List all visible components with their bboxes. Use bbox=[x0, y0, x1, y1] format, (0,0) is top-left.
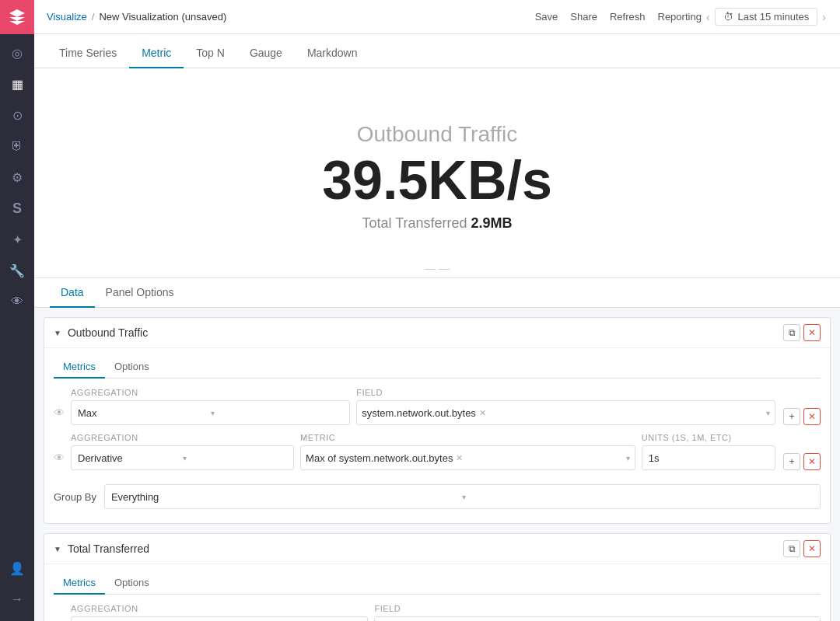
metric-add-1[interactable]: + bbox=[783, 408, 800, 425]
accordion-body-outbound: Metrics Options 👁 Aggregation Max ▾ bbox=[44, 348, 830, 523]
metric-tag-2[interactable]: Max of system.network.out.bytes ✕ ▾ bbox=[300, 445, 635, 470]
aggregation-select-total-1[interactable]: Max ▾ bbox=[71, 616, 368, 621]
time-nav-next[interactable]: › bbox=[821, 11, 828, 23]
field-group-aggregation-total-1: Aggregation Max ▾ bbox=[71, 604, 368, 621]
sidebar-item-graph[interactable]: ✦ bbox=[0, 224, 34, 255]
sidebar-item-sentinel[interactable]: S bbox=[0, 193, 34, 224]
breadcrumb: Visualize / New Visualization (unsaved) bbox=[47, 11, 532, 23]
field-group-field-total-1: Field system.network.out.bytes ✕ ▾ bbox=[374, 604, 821, 621]
inner-tab-options-outbound[interactable]: Options bbox=[105, 356, 159, 379]
accordion-header-outbound: ▼ ⧉ ✕ bbox=[44, 318, 830, 348]
viz-preview: Outbound Traffic 39.5KB/s Total Transfer… bbox=[34, 68, 840, 278]
refresh-button[interactable]: Refresh bbox=[610, 11, 646, 23]
save-button[interactable]: Save bbox=[535, 11, 558, 23]
field-tag-1[interactable]: system.network.out.bytes ✕ ▾ bbox=[356, 400, 775, 425]
reporting-button[interactable]: Reporting bbox=[658, 11, 702, 23]
time-range-label: Last 15 minutes bbox=[738, 11, 810, 23]
user-icon: 👤 bbox=[9, 561, 25, 576]
group-by-select[interactable]: Everything ▾ bbox=[104, 484, 821, 509]
section-title-total[interactable] bbox=[68, 543, 775, 555]
content-area: Outbound Traffic 39.5KB/s Total Transfer… bbox=[34, 68, 840, 621]
sidebar-item-tools[interactable]: 🔧 bbox=[0, 255, 34, 286]
metric-add-2[interactable]: + bbox=[783, 453, 800, 470]
sidebar-item-shield[interactable]: ⛨ bbox=[0, 131, 34, 162]
tab-metric[interactable]: Metric bbox=[129, 39, 184, 68]
sidebar-item-discover[interactable]: ◎ bbox=[0, 37, 34, 68]
share-button[interactable]: Share bbox=[570, 11, 597, 23]
section-delete-button-outbound[interactable]: ✕ bbox=[803, 324, 821, 341]
field-tag-remove-1[interactable]: ✕ bbox=[479, 408, 486, 418]
accordion-arrow-outbound[interactable]: ▼ bbox=[54, 329, 61, 337]
group-by-value: Everything bbox=[111, 491, 463, 503]
breadcrumb-visualize-link[interactable]: Visualize bbox=[47, 11, 87, 23]
aggregation-label-total-1: Aggregation bbox=[71, 604, 368, 613]
panel-tab-options[interactable]: Panel Options bbox=[95, 278, 185, 308]
discover-icon: ◎ bbox=[12, 46, 23, 61]
data-panel: Data Panel Options ▼ ⧉ ✕ Metrics bbox=[34, 278, 840, 621]
accordion-body-total: Metrics Options 👁 Aggregation Max ▾ bbox=[44, 564, 830, 621]
sidebar-item-clock[interactable]: ⊙ bbox=[0, 99, 34, 131]
aggregation-select-1[interactable]: Max ▾ bbox=[71, 400, 350, 425]
field-group-units-2: Units (1s, 1m, etc) bbox=[642, 433, 775, 470]
sidebar-item-eye[interactable]: 👁 bbox=[0, 286, 34, 317]
tab-markdown[interactable]: Markdown bbox=[295, 39, 370, 68]
group-by-arrow: ▾ bbox=[462, 493, 814, 501]
logout-icon: → bbox=[11, 592, 23, 606]
clock-icon: ⊙ bbox=[12, 108, 23, 123]
accordion-arrow-total[interactable]: ▼ bbox=[54, 545, 61, 553]
accordion-header-total: ▼ ⧉ ✕ bbox=[44, 534, 830, 564]
eye-icon: 👁 bbox=[11, 295, 23, 309]
sentinel-icon: S bbox=[12, 201, 22, 217]
section-actions-outbound: ⧉ ✕ bbox=[782, 324, 821, 341]
aggregation-label-2: Aggregation bbox=[71, 433, 294, 442]
visibility-toggle-2[interactable]: 👁 bbox=[54, 452, 65, 470]
breadcrumb-current: New Visualization (unsaved) bbox=[99, 11, 226, 23]
inner-tab-options-total[interactable]: Options bbox=[105, 572, 159, 595]
tab-time-series[interactable]: Time Series bbox=[47, 39, 129, 68]
viz-chart-title: Outbound Traffic bbox=[357, 122, 518, 147]
bar-chart-icon: ▦ bbox=[12, 77, 23, 92]
viz-type-tabs: Time Series Metric Top N Gauge Markdown bbox=[34, 34, 840, 68]
aggregation-select-2[interactable]: Derivative ▾ bbox=[71, 445, 294, 470]
sidebar: ◎ ▦ ⊙ ⛨ ⚙ S ✦ 🔧 👁 👤 → bbox=[0, 0, 34, 621]
section-delete-button-total[interactable]: ✕ bbox=[803, 540, 821, 557]
field-tag-total-1[interactable]: system.network.out.bytes ✕ ▾ bbox=[374, 616, 821, 621]
metric-row-total-1: 👁 Aggregation Max ▾ Field system.networ bbox=[54, 604, 821, 621]
tab-top-n[interactable]: Top N bbox=[184, 39, 237, 68]
sidebar-item-logout[interactable]: → bbox=[0, 584, 34, 615]
field-group-aggregation-2: Aggregation Derivative ▾ bbox=[71, 433, 294, 470]
section-copy-button-outbound[interactable]: ⧉ bbox=[783, 324, 800, 341]
metric-tag-remove-2[interactable]: ✕ bbox=[456, 453, 463, 463]
aggregation-label-1: Aggregation bbox=[71, 388, 350, 397]
aggregation-arrow-2: ▾ bbox=[183, 454, 288, 462]
visibility-toggle-1[interactable]: 👁 bbox=[54, 406, 65, 425]
wrench-icon: 🔧 bbox=[9, 263, 25, 278]
metric-delete-2[interactable]: ✕ bbox=[803, 453, 821, 470]
section-total: ▼ ⧉ ✕ Metrics Options 👁 bbox=[44, 533, 831, 621]
time-range-picker[interactable]: ⏱ Last 15 minutes bbox=[715, 8, 818, 26]
field-group-metric-2: Metric Max of system.network.out.bytes ✕… bbox=[300, 433, 635, 470]
inner-tab-metrics-total[interactable]: Metrics bbox=[54, 572, 105, 595]
clock-icon-time: ⏱ bbox=[723, 11, 733, 23]
topbar-actions: Save Share Refresh Reporting bbox=[535, 11, 702, 23]
sidebar-logo[interactable] bbox=[0, 0, 34, 34]
resize-handle[interactable]: — — bbox=[425, 262, 450, 274]
group-by-label: Group By bbox=[54, 491, 96, 503]
metric-row-1: 👁 Aggregation Max ▾ Field system.networ bbox=[54, 388, 821, 425]
metric-tag-arrow-2: ▾ bbox=[626, 454, 630, 462]
sidebar-item-user[interactable]: 👤 bbox=[0, 553, 34, 584]
aggregation-arrow-1: ▾ bbox=[211, 409, 344, 417]
inner-tab-metrics-outbound[interactable]: Metrics bbox=[54, 356, 105, 379]
tab-gauge[interactable]: Gauge bbox=[237, 39, 295, 68]
breadcrumb-separator: / bbox=[92, 11, 95, 23]
section-outbound: ▼ ⧉ ✕ Metrics Options 👁 bbox=[44, 317, 831, 524]
metric-delete-1[interactable]: ✕ bbox=[803, 408, 821, 425]
section-copy-button-total[interactable]: ⧉ bbox=[783, 540, 800, 557]
field-group-field-1: Field system.network.out.bytes ✕ ▾ bbox=[356, 388, 775, 425]
panel-tab-data[interactable]: Data bbox=[50, 278, 95, 308]
section-title-outbound[interactable] bbox=[68, 326, 775, 339]
units-input-2[interactable] bbox=[642, 445, 775, 470]
time-nav-prev[interactable]: ‹ bbox=[705, 11, 712, 23]
sidebar-item-visualize[interactable]: ▦ bbox=[0, 68, 34, 99]
sidebar-item-settings[interactable]: ⚙ bbox=[0, 162, 34, 193]
